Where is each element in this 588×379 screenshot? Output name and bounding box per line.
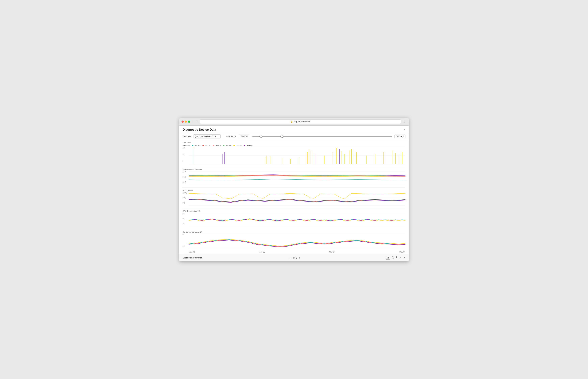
legend-dot-arc02p (213, 145, 214, 146)
y-min: 0 (183, 160, 188, 162)
y-max: 60 (183, 213, 188, 215)
footer-brand: Microsoft Power BI (183, 256, 203, 259)
facebook-icon[interactable]: f (396, 256, 397, 260)
y-max: 40 (183, 234, 188, 236)
chevron-down-icon: ▼ (214, 135, 216, 138)
trip-events-chart: 100 50 0 (183, 147, 405, 166)
x-label-may05: May 05 (399, 251, 405, 253)
slider-thumb-right[interactable] (280, 135, 283, 138)
svg-rect-7 (266, 156, 267, 164)
lock-icon: 🔒 (291, 121, 293, 123)
svg-rect-21 (344, 154, 345, 164)
svg-rect-29 (392, 150, 392, 164)
svg-rect-26 (367, 156, 367, 164)
env-pressure-inner (189, 171, 405, 185)
svg-rect-3 (194, 148, 194, 164)
x-label-may03: May 03 (259, 251, 265, 253)
legend-label-arc02p: arc02p (216, 144, 221, 146)
env-pressure-chart: 30.2 30.0 29.8 (183, 171, 405, 187)
svg-rect-18 (336, 148, 337, 164)
svg-rect-12 (307, 152, 308, 164)
svg-rect-4 (222, 154, 223, 164)
slider-fill (252, 136, 392, 137)
share-icon[interactable]: ↗ (399, 256, 401, 260)
sensor-temp-title: SensorTemperature (C) (183, 231, 405, 233)
legend-dot-arc03c (223, 145, 224, 146)
svg-rect-19 (339, 149, 340, 164)
svg-rect-11 (299, 157, 299, 164)
forward-button[interactable]: › (196, 120, 199, 123)
x-axis-labels: May 02 May 03 May 04 May 05 (183, 251, 405, 253)
sensor-temp-chart: 40 20 (183, 234, 405, 251)
url-text: app.powerbi.com (294, 120, 310, 123)
svg-rect-30 (395, 153, 396, 164)
time-range-slider[interactable]: 5/1/2018 5/5/2018 (239, 135, 405, 138)
slider-thumb-left[interactable] (259, 135, 263, 138)
humidity-inner (189, 192, 405, 205)
back-button[interactable]: ‹ (191, 120, 194, 123)
footer-icons: in 𝕏 f ↗ ⤢ (386, 256, 405, 260)
y-mid: 40 (183, 218, 188, 220)
sensor-temp-y-axis: 40 20 (183, 234, 188, 247)
address-bar[interactable]: 🔒 app.powerbi.com (200, 120, 401, 124)
x-label-may02: May 02 (189, 251, 195, 253)
device-id-dropdown[interactable]: (Multiple Selections) ▼ (193, 134, 220, 139)
dashboard-content: Diagnostic Device Data ⤢ DeviceID (Multi… (179, 126, 409, 261)
humidity-section: Humidity (%) 100% 50% 0% (183, 188, 405, 208)
maximize-button[interactable] (188, 121, 190, 123)
device-id-label: DeviceID (183, 135, 191, 138)
dashboard-header: Diagnostic Device Data ⤢ (179, 126, 409, 133)
svg-rect-32 (402, 152, 402, 164)
svg-rect-15 (316, 154, 316, 164)
cpu-temp-chart: 60 40 20 (183, 213, 405, 228)
sensor-temp-svg (189, 234, 405, 249)
svg-rect-31 (399, 155, 399, 164)
svg-rect-27 (375, 154, 375, 164)
browser-titlebar: ‹ › 🔒 app.powerbi.com ↻ (179, 118, 409, 126)
linkedin-icon[interactable]: in (386, 256, 390, 260)
legend-dot-arc01c (192, 145, 193, 146)
y-min: 20 (183, 245, 188, 247)
legend-label-arc03c: arc03c (226, 144, 232, 146)
svg-rect-14 (310, 150, 311, 164)
next-page-button[interactable]: › (299, 256, 300, 259)
device-id-value: (Multiple Selections) (195, 135, 213, 138)
svg-rect-23 (351, 149, 352, 164)
refresh-button[interactable]: ↻ (402, 120, 407, 123)
svg-rect-5 (224, 152, 225, 164)
legend-label-arc02c: arc02c (206, 144, 211, 146)
legend-row: DeviceID arc01c arc02c arc02p arc03c arc… (183, 144, 405, 146)
svg-rect-10 (290, 159, 291, 164)
expand-icon[interactable]: ⤢ (403, 128, 405, 131)
close-button[interactable] (181, 121, 184, 123)
x-label-may04: May 04 (329, 251, 335, 253)
env-pressure-title: Environmental Pressure (183, 169, 405, 171)
y-min: 0% (183, 202, 188, 204)
fullscreen-icon[interactable]: ⤢ (403, 256, 405, 260)
time-range-label: Time Range (226, 135, 236, 137)
y-mid: 30.0 (183, 176, 188, 178)
filters-row: DeviceID (Multiple Selections) ▼ Time Ra… (179, 133, 409, 140)
cpu-temp-y-axis: 60 40 20 (183, 213, 188, 225)
date-end: 5/5/2018 (395, 135, 405, 138)
dashboard-title: Diagnostic Device Data (183, 128, 216, 131)
trip-events-svg (189, 147, 405, 164)
legend-label-arc04c: arc04c (236, 144, 242, 146)
slider-track[interactable] (252, 136, 392, 137)
y-max: 100 (183, 147, 188, 149)
minimize-button[interactable] (185, 121, 187, 123)
y-max: 30.2 (183, 171, 188, 173)
svg-rect-22 (350, 150, 350, 164)
svg-rect-24 (353, 150, 353, 164)
sensor-temp-inner (189, 234, 405, 249)
y-mid: 50 (183, 154, 188, 156)
cpu-temp-title: CPU Temperature (C) (183, 210, 405, 212)
twitter-icon[interactable]: 𝕏 (392, 256, 394, 260)
env-pressure-section: Environmental Pressure 30.2 30.0 29.8 (183, 167, 405, 188)
svg-rect-16 (324, 156, 324, 164)
cpu-temp-inner (189, 213, 405, 226)
prev-page-button[interactable]: ‹ (288, 256, 289, 259)
trip-events-title: TripEvents (183, 142, 405, 144)
legend-label-arc01c: arc01c (195, 144, 201, 146)
humidity-title: Humidity (%) (183, 189, 405, 191)
